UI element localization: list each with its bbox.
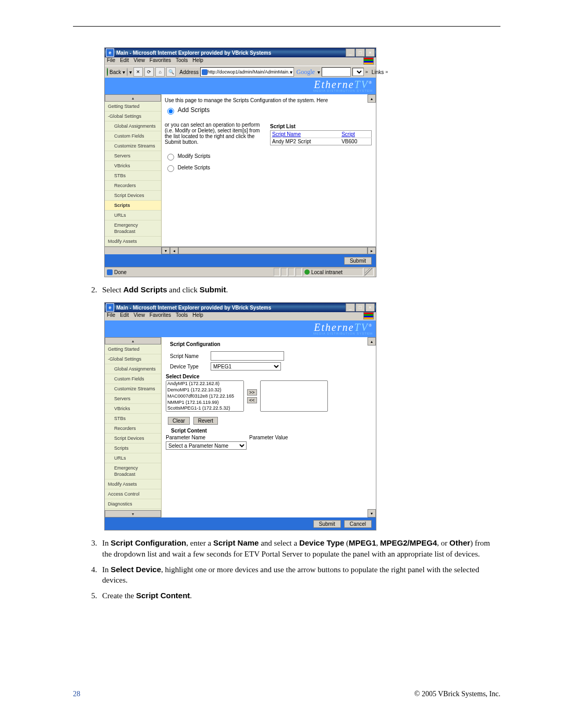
sidebar-scroll-up[interactable]: ▴ — [105, 337, 161, 344]
sidebar-item[interactable]: Servers — [105, 394, 161, 404]
submit-button[interactable]: Submit — [313, 520, 341, 528]
sidebar-item[interactable]: URLs — [105, 453, 161, 463]
menu-edit[interactable]: Edit — [120, 57, 129, 66]
radio-modify-scripts[interactable] — [167, 154, 174, 161]
search-button[interactable]: 🔍 — [166, 67, 176, 77]
brand-sub: MEDIA DISTRIBUTION SYSTEM — [313, 89, 373, 92]
refresh-button[interactable]: ⟳ — [144, 67, 154, 77]
content-scroll-up[interactable]: ▴ — [368, 337, 376, 346]
device-list[interactable]: AndyMP1 (172.22.162.8)DemoMP1 (172.22.10… — [166, 380, 244, 412]
close-button[interactable]: × — [365, 303, 375, 312]
minimize-button[interactable]: _ — [346, 48, 355, 57]
url-text: http://docwop1/admin/Main/AdminMain. — [207, 69, 290, 75]
submit-button[interactable]: Submit — [344, 257, 372, 265]
minimize-button[interactable]: _ — [346, 303, 355, 312]
sidebar-item[interactable]: Emergency Broadcast — [105, 463, 161, 479]
sidebar-item[interactable]: Global Assignments — [105, 121, 161, 131]
sidebar-item[interactable]: Customize Streams — [105, 384, 161, 394]
maximize-button[interactable]: □ — [356, 48, 365, 57]
sidebar-item[interactable]: Script Devices — [105, 434, 161, 443]
windows-flag-icon — [363, 57, 374, 65]
sidebar-item[interactable]: Scripts — [105, 201, 161, 211]
sidebar-item[interactable]: Servers — [105, 151, 161, 161]
instruction-list: Select Add Scripts and click Submit. — [99, 285, 500, 295]
sidebar-item[interactable]: Getting Started — [105, 102, 161, 112]
horizontal-scrollbar[interactable]: ▾◂▸ — [105, 246, 376, 254]
th-script[interactable]: Script — [340, 131, 371, 138]
menu-favorites[interactable]: Favorites — [150, 312, 171, 320]
sidebar: ▴ Getting Started-Global SettingsGlobal … — [105, 94, 162, 246]
sidebar-item[interactable]: Modify Assets — [105, 479, 161, 489]
script-name-input[interactable] — [211, 351, 284, 361]
stop-button[interactable]: ✕ — [133, 67, 143, 77]
sidebar-item[interactable]: Custom Fields — [105, 131, 161, 141]
menubar: File Edit View Favorites Tools Help — [105, 312, 376, 320]
sidebar-item[interactable]: Recorders — [105, 181, 161, 191]
instruction-list-continued: In Script Configuration, enter a Script … — [99, 538, 500, 601]
content-scroll-up[interactable]: ▴ — [368, 94, 376, 103]
menu-view[interactable]: View — [133, 57, 145, 66]
sidebar-item[interactable]: Getting Started — [105, 344, 161, 354]
device-type-select[interactable]: MPEG1 — [211, 362, 281, 371]
maximize-button[interactable]: □ — [356, 303, 365, 312]
sidebar-item[interactable]: Access Control — [105, 489, 161, 499]
step-2: Select Add Scripts and click Submit. — [99, 285, 500, 295]
radio-delete-scripts[interactable] — [167, 165, 174, 172]
resize-grip[interactable] — [364, 268, 374, 276]
close-button[interactable]: × — [365, 48, 375, 57]
menu-tools[interactable]: Tools — [176, 312, 188, 320]
home-button[interactable]: ⌂ — [155, 67, 165, 77]
sidebar-item[interactable]: Scripts — [105, 443, 161, 453]
back-label[interactable]: Back — [109, 69, 121, 75]
move-left-button[interactable]: << — [247, 397, 257, 403]
main-content: ▴ Use this page to manage the Scripts Co… — [162, 94, 376, 246]
google-search-input[interactable] — [322, 67, 351, 77]
menu-help[interactable]: Help — [192, 57, 203, 66]
google-toolbar-label[interactable]: Google — [297, 68, 315, 76]
revert-button[interactable]: Revert — [193, 417, 218, 425]
move-right-button[interactable]: >> — [247, 389, 257, 396]
sidebar-item[interactable]: Customize Streams — [105, 141, 161, 151]
brand-band: EtherneTV® MEDIA DISTRIBUTION SYSTEM — [105, 78, 376, 94]
sidebar-scroll-down[interactable]: ▾ — [105, 510, 161, 517]
sidebar-item[interactable]: STBs — [105, 171, 161, 181]
sidebar-item[interactable]: Emergency Broadcast — [105, 220, 161, 237]
done-label: Done — [114, 269, 127, 275]
th-script-name[interactable]: Script Name — [271, 131, 340, 138]
cancel-button[interactable]: Cancel — [344, 520, 372, 528]
sidebar-item[interactable]: URLs — [105, 211, 161, 220]
back-icon[interactable] — [107, 68, 108, 76]
sidebar-item[interactable]: -Global Settings — [105, 354, 161, 364]
sidebar-item[interactable]: VBricks — [105, 161, 161, 171]
sidebar-item[interactable]: Modify Assets — [105, 237, 161, 246]
windows-flag-icon — [363, 312, 374, 319]
radio-add-scripts-label: Add Scripts — [178, 106, 210, 114]
sidebar-item[interactable]: Script Devices — [105, 191, 161, 201]
menu-file[interactable]: File — [107, 312, 115, 320]
content-scroll-down[interactable]: ▾ — [368, 509, 376, 517]
menu-help[interactable]: Help — [192, 312, 203, 320]
menu-view[interactable]: View — [133, 312, 145, 320]
forward-icon[interactable] — [127, 68, 128, 76]
links-label[interactable]: Links — [372, 69, 384, 75]
selected-device-list[interactable] — [260, 380, 328, 412]
sidebar-item[interactable]: -Global Settings — [105, 112, 161, 121]
radio-add-scripts[interactable] — [167, 108, 174, 115]
sidebar-item[interactable]: STBs — [105, 414, 161, 424]
sidebar-item[interactable]: Diagnostics — [105, 499, 161, 509]
menu-tools[interactable]: Tools — [176, 57, 188, 66]
address-field[interactable]: http://docwop1/admin/Main/AdminMain.▾ — [200, 67, 294, 77]
toolbar-dropdown[interactable] — [352, 68, 364, 76]
sidebar-item[interactable]: Custom Fields — [105, 374, 161, 384]
menubar: File Edit View Favorites Tools Help — [105, 57, 376, 66]
menu-edit[interactable]: Edit — [120, 312, 129, 320]
sidebar-item[interactable]: Recorders — [105, 424, 161, 434]
sidebar-item[interactable]: VBricks — [105, 404, 161, 414]
table-row[interactable]: Andy MP2 Script VB600 — [271, 138, 372, 145]
menu-file[interactable]: File — [107, 57, 115, 66]
menu-favorites[interactable]: Favorites — [150, 57, 171, 66]
sidebar-item[interactable]: Global Assignments — [105, 364, 161, 374]
parameter-name-select[interactable]: Select a Parameter Name — [166, 441, 247, 450]
clear-button[interactable]: Clear — [168, 417, 190, 425]
sidebar-scroll-up[interactable]: ▴ — [105, 94, 161, 102]
